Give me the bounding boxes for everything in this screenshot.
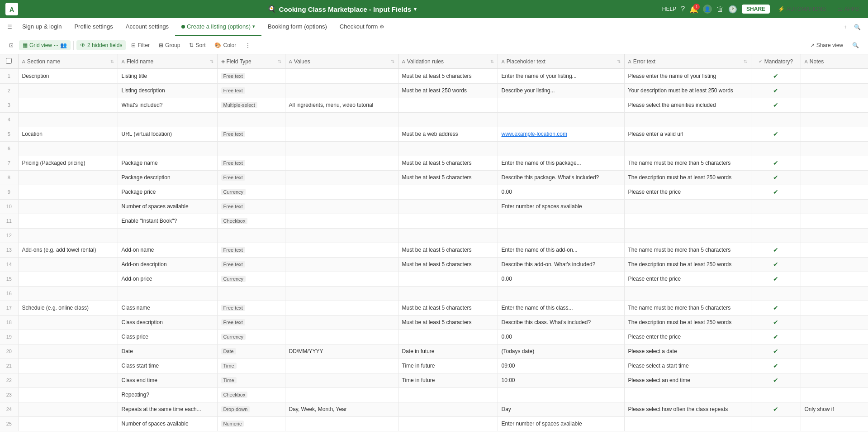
cell-notes[interactable] — [801, 112, 868, 127]
cell-values[interactable] — [285, 156, 398, 170]
tab-signup[interactable]: Sign up & login — [16, 18, 68, 36]
cell-validation[interactable] — [398, 185, 498, 199]
cell-fieldname[interactable] — [118, 112, 217, 127]
cell-error[interactable]: The name must be more than 5 characters — [624, 301, 751, 315]
table-row[interactable]: 12 — [0, 228, 868, 243]
cell-error[interactable] — [624, 112, 751, 127]
cell-notes[interactable] — [801, 373, 868, 387]
cell-section[interactable] — [18, 344, 118, 359]
cell-validation[interactable]: Must be at least 5 characters — [398, 301, 498, 315]
cell-fieldtype[interactable] — [217, 141, 285, 156]
cell-error[interactable]: Please enter the price — [624, 185, 751, 199]
cell-fieldname[interactable]: Listing title — [118, 69, 217, 83]
cell-mandatory[interactable]: ✔ — [751, 98, 801, 112]
cell-fieldtype[interactable]: Free text — [217, 127, 285, 141]
placeholder-col-sort[interactable]: ⇅ — [617, 59, 621, 64]
cell-notes[interactable] — [801, 83, 868, 98]
cell-mandatory[interactable] — [751, 112, 801, 127]
tab-profile[interactable]: Profile settings — [68, 18, 119, 36]
cell-error[interactable]: Please select an end time — [624, 373, 751, 387]
cell-placeholder[interactable]: Enter number of spaces available — [498, 199, 624, 214]
table-row[interactable]: 7Pricing (Packaged pricing)Package nameF… — [0, 156, 868, 170]
cell-placeholder[interactable]: 0.00 — [498, 272, 624, 286]
trash-icon[interactable]: 🗑 — [716, 5, 724, 13]
cell-error[interactable]: Please enter the price — [624, 330, 751, 344]
cell-fieldtype[interactable]: Free text — [217, 257, 285, 272]
row-height-button[interactable]: ⋮ — [242, 40, 254, 50]
cell-placeholder[interactable]: Enter the name of this class... — [498, 301, 624, 315]
cell-values[interactable] — [285, 112, 398, 127]
cell-validation[interactable] — [398, 330, 498, 344]
select-all-checkbox[interactable] — [6, 58, 12, 64]
col-header-validation[interactable]: A Validation rules ⇅ — [398, 54, 498, 69]
cell-notes[interactable] — [801, 185, 868, 199]
cell-mandatory[interactable]: ✔ — [751, 185, 801, 199]
cell-section[interactable] — [18, 387, 118, 402]
cell-notes[interactable] — [801, 416, 868, 431]
tab-booking[interactable]: Booking form (options) — [261, 18, 333, 36]
cell-placeholder[interactable] — [498, 286, 624, 301]
cell-values[interactable]: All ingredients, menu, video tutorial — [285, 98, 398, 112]
cell-fieldname[interactable]: Add-on price — [118, 272, 217, 286]
cell-values[interactable] — [285, 315, 398, 330]
cell-placeholder[interactable]: 0.00 — [498, 330, 624, 344]
cell-validation[interactable] — [398, 141, 498, 156]
cell-section[interactable] — [18, 112, 118, 127]
cell-error[interactable] — [624, 387, 751, 402]
cell-values[interactable] — [285, 243, 398, 257]
cell-fieldtype[interactable]: Currency — [217, 330, 285, 344]
table-row[interactable]: 25Number of spaces availableNumericEnter… — [0, 416, 868, 431]
cell-section[interactable] — [18, 83, 118, 98]
cell-placeholder[interactable]: Enter the name of your listing... — [498, 69, 624, 83]
cell-fieldtype[interactable]: Free text — [217, 199, 285, 214]
col-header-fieldtype[interactable]: ◈ Field Type ⇅ — [217, 54, 285, 69]
cell-section[interactable]: Pricing (Packaged pricing) — [18, 156, 118, 170]
cell-notes[interactable] — [801, 141, 868, 156]
cell-notes[interactable] — [801, 228, 868, 243]
cell-fieldname[interactable]: Package price — [118, 185, 217, 199]
cell-placeholder[interactable]: Describe this package. What's included? — [498, 170, 624, 185]
cell-section[interactable]: Location — [18, 127, 118, 141]
cell-fieldtype[interactable]: Drop-down — [217, 402, 285, 416]
group-button[interactable]: ⊞ Group — [155, 40, 184, 50]
cell-placeholder[interactable] — [498, 214, 624, 228]
cell-fieldname[interactable] — [118, 141, 217, 156]
table-row[interactable]: 9Package priceCurrency0.00Please enter t… — [0, 185, 868, 199]
cell-fieldname[interactable]: Class start time — [118, 359, 217, 373]
cell-placeholder[interactable] — [498, 98, 624, 112]
cell-fieldname[interactable] — [118, 286, 217, 301]
cell-section[interactable] — [18, 199, 118, 214]
cell-placeholder[interactable] — [498, 112, 624, 127]
cell-values[interactable] — [285, 127, 398, 141]
cell-section[interactable] — [18, 185, 118, 199]
cell-values[interactable] — [285, 359, 398, 373]
cell-section[interactable] — [18, 214, 118, 228]
cell-mandatory[interactable] — [751, 199, 801, 214]
cell-section[interactable]: Schedule (e.g. online class) — [18, 301, 118, 315]
cell-error[interactable] — [624, 141, 751, 156]
cell-fieldname[interactable]: Add-on name — [118, 243, 217, 257]
color-button[interactable]: 🎨 Color — [211, 40, 240, 50]
cell-section[interactable] — [18, 315, 118, 330]
cell-notes[interactable] — [801, 359, 868, 373]
cell-notes[interactable] — [801, 127, 868, 141]
apps-button[interactable]: ⚏ APPS — [834, 4, 863, 14]
cell-error[interactable]: The name must be more than 5 characters — [624, 243, 751, 257]
table-row[interactable]: 20DateDateDD/MM/YYYYDate in future(Today… — [0, 344, 868, 359]
cell-placeholder[interactable]: 10:00 — [498, 373, 624, 387]
table-row[interactable]: 13Add-ons (e.g. add towel rental)Add-on … — [0, 243, 868, 257]
cell-notes[interactable] — [801, 330, 868, 344]
filter-button[interactable]: ⊟ Filter — [128, 40, 153, 50]
cell-validation[interactable] — [398, 199, 498, 214]
cell-error[interactable] — [624, 214, 751, 228]
table-row[interactable]: 11Enable "Instant Book"?Checkbox — [0, 214, 868, 228]
cell-section[interactable] — [18, 286, 118, 301]
table-row[interactable]: 16 — [0, 286, 868, 301]
cell-fieldtype[interactable]: Multiple-select — [217, 98, 285, 112]
cell-error[interactable]: Please select the amenities included — [624, 98, 751, 112]
cell-values[interactable]: Day, Week, Month, Year — [285, 402, 398, 416]
sidebar-toggle-button[interactable]: ⊡ — [5, 40, 17, 50]
fieldname-col-sort[interactable]: ⇅ — [210, 59, 213, 64]
cell-section[interactable] — [18, 257, 118, 272]
cell-fieldname[interactable]: Date — [118, 344, 217, 359]
